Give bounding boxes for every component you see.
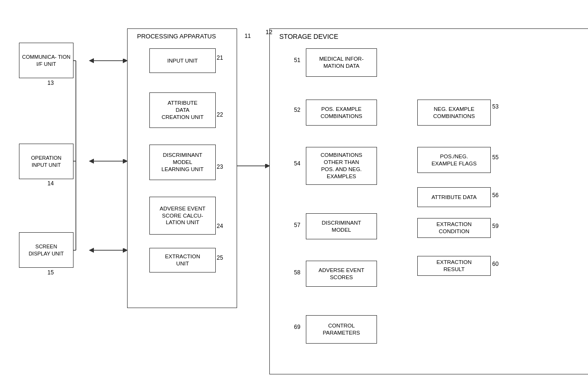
- ref-53: 53: [492, 103, 498, 110]
- extraction-result-box: EXTRACTIONRESULT: [417, 256, 491, 276]
- ref-25: 25: [217, 255, 223, 261]
- ref-54: 54: [294, 160, 300, 167]
- adverse-event-score-calc-box: ADVERSE EVENTSCORE CALCU-LATION UNIT: [149, 197, 216, 235]
- ref-22: 22: [217, 111, 223, 118]
- medical-info-label: MEDICAL INFOR-MATION DATA: [319, 55, 364, 70]
- discriminant-model-label: DISCRIMINANTMODELLEARNING UNIT: [162, 152, 204, 173]
- ref-58: 58: [294, 269, 300, 276]
- adverse-event-score-calc-label: ADVERSE EVENTSCORE CALCU-LATION UNIT: [160, 205, 206, 227]
- pos-neg-flags-label: POS./NEG.EXAMPLE FLAGS: [432, 153, 477, 167]
- neg-example-label: NEG. EXAMPLECOMBINATIONS: [433, 106, 475, 120]
- ref-69: 69: [294, 324, 300, 330]
- ref-24: 24: [217, 223, 223, 229]
- discriminant-model-box: DISCRIMINANTMODELLEARNING UNIT: [149, 145, 216, 180]
- ref-52: 52: [294, 107, 300, 113]
- control-params-box: CONTROLPARAMETERS: [306, 315, 377, 344]
- ref-56: 56: [492, 192, 498, 199]
- ref-15: 15: [47, 269, 54, 276]
- communication-if-box: COMMUNICA- TION I/F UNIT: [19, 43, 74, 78]
- attribute-data-creation-box: ATTRIBUTEDATACREATION UNIT: [149, 92, 216, 128]
- screen-display-label: SCREENDISPLAY UNIT: [28, 243, 64, 257]
- ref-14: 14: [47, 180, 54, 187]
- extraction-unit-box: EXTRACTIONUNIT: [149, 248, 216, 273]
- attribute-data-store-box: ATTRIBUTE DATA: [417, 187, 491, 207]
- input-unit-box: INPUT UNIT: [149, 48, 216, 73]
- combinations-other-label: COMBINATIONSOTHER THANPOS. AND NEG.EXAMP…: [321, 152, 362, 180]
- ref-51: 51: [294, 57, 300, 64]
- ref-11: 11: [245, 33, 251, 39]
- adverse-event-scores-box: ADVERSE EVENTSCORES: [306, 261, 377, 287]
- diagram-container: COMMUNICA- TION I/F UNIT 13 OPERATIONINP…: [9, 9, 579, 382]
- medical-info-box: MEDICAL INFOR-MATION DATA: [306, 48, 377, 77]
- combinations-other-box: COMBINATIONSOTHER THANPOS. AND NEG.EXAMP…: [306, 147, 377, 185]
- discriminant-model-store-box: DISCRIMINANTMODEL: [306, 213, 377, 239]
- pos-example-label: POS. EXAMPLECOMBINATIONS: [321, 106, 362, 120]
- extraction-unit-label: EXTRACTIONUNIT: [165, 253, 200, 267]
- neg-example-box: NEG. EXAMPLECOMBINATIONS: [417, 100, 491, 126]
- operation-input-box: OPERATIONINPUT UNIT: [19, 144, 74, 179]
- processing-apparatus-label: PROCESSING APPARATUS: [137, 33, 216, 40]
- ref-60: 60: [492, 261, 498, 267]
- pos-neg-flags-box: POS./NEG.EXAMPLE FLAGS: [417, 147, 491, 173]
- ref-59: 59: [492, 223, 498, 229]
- attribute-data-creation-label: ATTRIBUTEDATACREATION UNIT: [162, 100, 204, 121]
- operation-input-label: OPERATIONINPUT UNIT: [31, 155, 62, 168]
- screen-display-box: SCREENDISPLAY UNIT: [19, 232, 74, 268]
- ref-21: 21: [217, 55, 223, 61]
- discriminant-model-store-label: DISCRIMINANTMODEL: [322, 219, 361, 234]
- pos-example-box: POS. EXAMPLECOMBINATIONS: [306, 100, 377, 126]
- extraction-result-label: EXTRACTIONRESULT: [436, 259, 471, 273]
- attribute-data-store-label: ATTRIBUTE DATA: [432, 194, 477, 201]
- storage-device-label: STORAGE DEVICE: [279, 33, 338, 40]
- extraction-condition-box: EXTRACTIONCONDITION: [417, 218, 491, 238]
- control-params-label: CONTROLPARAMETERS: [323, 322, 360, 336]
- ref-13: 13: [47, 80, 54, 86]
- ref-57: 57: [294, 222, 300, 228]
- adverse-event-scores-label: ADVERSE EVENTSCORES: [319, 267, 365, 281]
- ref-55: 55: [492, 154, 498, 161]
- input-unit-label: INPUT UNIT: [167, 57, 198, 64]
- communication-if-label: COMMUNICA- TION I/F UNIT: [21, 54, 71, 67]
- ref-23: 23: [217, 164, 223, 170]
- ref-12: 12: [266, 28, 272, 36]
- extraction-condition-label: EXTRACTIONCONDITION: [436, 221, 471, 235]
